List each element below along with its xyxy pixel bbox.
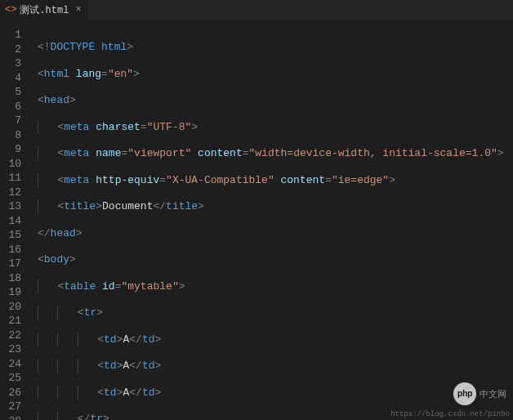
line-number-gutter: 1234567891011121314151617181920212223242… — [0, 20, 29, 420]
tab-filename: 测试.html — [20, 3, 69, 17]
editor-pane[interactable]: 1234567891011121314151617181920212223242… — [0, 20, 513, 420]
php-logo-icon: php — [453, 382, 476, 405]
code-line[interactable]: <meta charset="UTF-8"> — [38, 120, 513, 135]
watermark: php 中文网 — [453, 382, 506, 405]
html-file-icon: <> — [5, 4, 16, 16]
watermark-text: 中文网 — [480, 388, 506, 400]
code-area[interactable]: <!DOCTYPE html> <html lang="en"> <head> … — [29, 20, 513, 420]
close-icon[interactable]: × — [75, 4, 81, 16]
tab-bar: <> 测试.html × — [0, 0, 513, 20]
code-line[interactable]: <meta name="viewport" content="width=dev… — [38, 146, 513, 161]
code-line[interactable]: </head> — [38, 226, 513, 241]
code-line[interactable]: <head> — [38, 93, 513, 108]
code-line[interactable]: <table id="mytable"> — [38, 279, 513, 294]
code-line[interactable]: <td>A</td> — [38, 359, 513, 373]
code-line[interactable]: <td>A</td> — [38, 386, 513, 400]
code-line[interactable]: <td>A</td> — [38, 333, 513, 347]
code-line[interactable]: <body> — [38, 252, 513, 267]
file-tab[interactable]: <> 测试.html × — [0, 0, 88, 20]
code-line[interactable]: <meta http-equiv="X-UA-Compatible" conte… — [38, 173, 513, 188]
code-line[interactable]: <tr> — [38, 306, 513, 320]
code-line[interactable]: <title>Document</title> — [38, 199, 513, 214]
code-line[interactable]: <!DOCTYPE html> — [38, 40, 513, 55]
code-line[interactable]: <html lang="en"> — [38, 67, 513, 82]
footer-link: https://blog.csdn.net/pinbo — [390, 410, 510, 418]
